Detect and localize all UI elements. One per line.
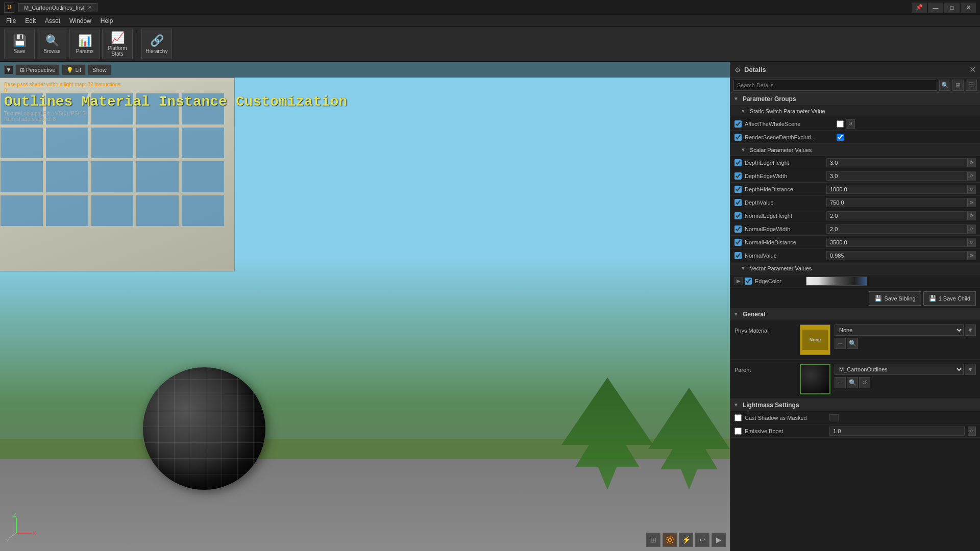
depth-value-checkbox[interactable] bbox=[734, 199, 742, 206]
save-button[interactable]: 💾 Save bbox=[4, 29, 35, 59]
lit-button[interactable]: 💡 Lit bbox=[62, 64, 86, 76]
window-14 bbox=[136, 161, 179, 192]
phys-material-search-button[interactable]: 🔍 bbox=[847, 338, 858, 349]
emissive-boost-checkbox[interactable] bbox=[734, 428, 742, 435]
view-toggle-button[interactable]: ⊞ bbox=[952, 80, 964, 91]
affect-scene-reset-button[interactable]: ↺ bbox=[846, 119, 855, 129]
window-6 bbox=[1, 128, 43, 159]
close-button[interactable]: ✕ bbox=[961, 3, 976, 13]
save-child-button[interactable]: 💾 1 Save Child bbox=[923, 291, 976, 306]
light-button[interactable]: 🔆 bbox=[663, 533, 677, 547]
normal-edge-width-value[interactable]: 2.0 ⟳ bbox=[826, 224, 976, 234]
prop-emissive-boost: Emissive Boost 1.0 ⟳ bbox=[730, 424, 980, 438]
minimize-button[interactable]: — bbox=[928, 3, 943, 13]
depth-hide-distance-label: DepthHideDistance bbox=[745, 186, 826, 192]
search-input[interactable] bbox=[733, 80, 937, 91]
phys-material-navigate-button[interactable]: ← bbox=[835, 338, 846, 349]
depth-value-value[interactable]: 750.0 ⟳ bbox=[826, 198, 976, 207]
section-general[interactable]: ▼ General bbox=[730, 308, 980, 320]
menu-file[interactable]: File bbox=[2, 16, 20, 26]
menu-asset[interactable]: Asset bbox=[41, 16, 64, 26]
menu-help[interactable]: Help bbox=[96, 16, 117, 26]
normal-value-spinner[interactable]: ⟳ bbox=[967, 252, 975, 260]
depth-edge-width-spinner[interactable]: ⟳ bbox=[967, 172, 975, 180]
parent-navigate-button[interactable]: ← bbox=[835, 377, 846, 388]
depth-edge-height-value[interactable]: 3.0 ⟳ bbox=[826, 158, 976, 167]
affect-scene-enabled-checkbox[interactable] bbox=[734, 120, 742, 128]
browse-icon: 🔍 bbox=[45, 34, 59, 47]
menu-edit[interactable]: Edit bbox=[21, 16, 40, 26]
realtime-button[interactable]: ⚡ bbox=[679, 533, 693, 547]
parent-dropdown-arrow[interactable]: ▼ bbox=[965, 364, 976, 375]
cast-shadow-masked-value[interactable] bbox=[829, 414, 839, 421]
details-content[interactable]: ▼ Parameter Groups ▼ Static Switch Param… bbox=[730, 93, 980, 551]
depth-edge-height-spinner[interactable]: ⟳ bbox=[967, 159, 975, 167]
parameter-groups-label: Parameter Groups bbox=[743, 95, 796, 103]
show-button[interactable]: Show bbox=[88, 64, 111, 76]
section-vector-params[interactable]: ▼ Vector Parameter Values bbox=[730, 262, 980, 274]
save-sibling-button[interactable]: 💾 Save Sibling bbox=[869, 291, 921, 306]
play-button[interactable]: ▶ bbox=[712, 533, 726, 547]
normal-edge-height-spinner[interactable]: ⟳ bbox=[967, 212, 975, 220]
depth-hide-distance-checkbox[interactable] bbox=[734, 186, 742, 193]
normal-edge-height-checkbox[interactable] bbox=[734, 212, 742, 219]
details-close-button[interactable]: ✕ bbox=[969, 65, 976, 74]
affect-scene-switch[interactable] bbox=[837, 120, 844, 128]
phys-material-preview[interactable]: None bbox=[800, 324, 830, 355]
browse-button[interactable]: 🔍 Browse bbox=[37, 29, 67, 59]
depth-edge-height-checkbox[interactable] bbox=[734, 159, 742, 166]
depth-hide-distance-value[interactable]: 1000.0 ⟳ bbox=[826, 185, 976, 194]
parent-search-button[interactable]: 🔍 bbox=[847, 377, 858, 388]
perspective-label: Perspective bbox=[26, 67, 55, 73]
normal-edge-height-value[interactable]: 2.0 ⟳ bbox=[826, 211, 976, 220]
filter-button[interactable]: ☰ bbox=[966, 80, 977, 91]
params-button[interactable]: 📊 Params bbox=[69, 29, 100, 59]
platform-stats-button[interactable]: 📈 Platform Stats bbox=[102, 29, 133, 59]
depth-value-spinner[interactable]: ⟳ bbox=[967, 198, 975, 207]
hierarchy-button[interactable]: 🔗 Hierarchy bbox=[141, 29, 172, 59]
parent-select[interactable]: M_CartoonOutlines bbox=[835, 364, 964, 375]
section-parameter-groups[interactable]: ▼ Parameter Groups bbox=[730, 93, 980, 105]
depth-edge-width-value[interactable]: 3.0 ⟳ bbox=[826, 171, 976, 181]
depth-edge-width-checkbox[interactable] bbox=[734, 172, 742, 180]
pin-button[interactable]: 📌 bbox=[912, 3, 927, 13]
normal-value-checkbox[interactable] bbox=[734, 252, 742, 259]
edge-color-expand-button[interactable]: ▶ bbox=[734, 277, 743, 285]
parent-reset-button[interactable]: ↺ bbox=[859, 377, 870, 388]
normal-hide-distance-label: NormalHideDistance bbox=[745, 239, 826, 245]
emissive-boost-value[interactable]: 1.0 bbox=[829, 427, 965, 436]
tab-close-icon[interactable]: ✕ bbox=[88, 5, 92, 10]
normal-edge-width-checkbox[interactable] bbox=[734, 226, 742, 233]
normal-edge-width-spinner[interactable]: ⟳ bbox=[967, 225, 975, 233]
depth-value-text: 750.0 bbox=[830, 199, 844, 206]
search-button[interactable]: 🔍 bbox=[939, 80, 950, 91]
undo-button[interactable]: ↩ bbox=[695, 533, 709, 547]
normal-hide-distance-spinner[interactable]: ⟳ bbox=[967, 238, 975, 246]
maximize-button[interactable]: □ bbox=[944, 3, 960, 13]
window-18 bbox=[91, 195, 134, 227]
phys-material-dropdown-arrow[interactable]: ▼ bbox=[965, 324, 976, 336]
render-depth-switch[interactable] bbox=[837, 134, 844, 141]
normal-hide-distance-value[interactable]: 3500.0 ⟳ bbox=[826, 238, 976, 247]
render-depth-enabled-checkbox[interactable] bbox=[734, 134, 742, 141]
section-lightmass[interactable]: ▼ Lightmass Settings bbox=[730, 399, 980, 411]
phys-material-select[interactable]: None bbox=[835, 324, 964, 336]
edge-color-preview[interactable] bbox=[806, 277, 867, 286]
emissive-boost-spinner[interactable]: ⟳ bbox=[968, 427, 976, 436]
active-tab[interactable]: M_CartoonOutlines_Inst ✕ bbox=[18, 3, 97, 12]
normal-hide-distance-checkbox[interactable] bbox=[734, 239, 742, 246]
grid-button[interactable]: ⊞ bbox=[646, 533, 660, 547]
perspective-button[interactable]: ⊞ Perspective bbox=[15, 64, 60, 76]
parent-preview[interactable] bbox=[800, 364, 830, 394]
menu-window[interactable]: Window bbox=[65, 16, 95, 26]
edge-color-checkbox[interactable] bbox=[745, 278, 752, 285]
viewport[interactable]: ▼ ⊞ Perspective 💡 Lit Show Base pass sha… bbox=[0, 62, 730, 551]
window-13 bbox=[91, 161, 134, 192]
normal-value-value[interactable]: 0.985 ⟳ bbox=[826, 251, 976, 260]
section-static-switch[interactable]: ▼ Static Switch Parameter Value bbox=[730, 105, 980, 117]
depth-hide-distance-spinner[interactable]: ⟳ bbox=[967, 185, 975, 193]
section-scalar-params[interactable]: ▼ Scalar Parameter Values bbox=[730, 144, 980, 156]
viewport-options-dropdown[interactable]: ▼ bbox=[4, 65, 13, 74]
cast-shadow-masked-checkbox[interactable] bbox=[734, 414, 742, 421]
parent-label: Parent bbox=[734, 364, 796, 373]
